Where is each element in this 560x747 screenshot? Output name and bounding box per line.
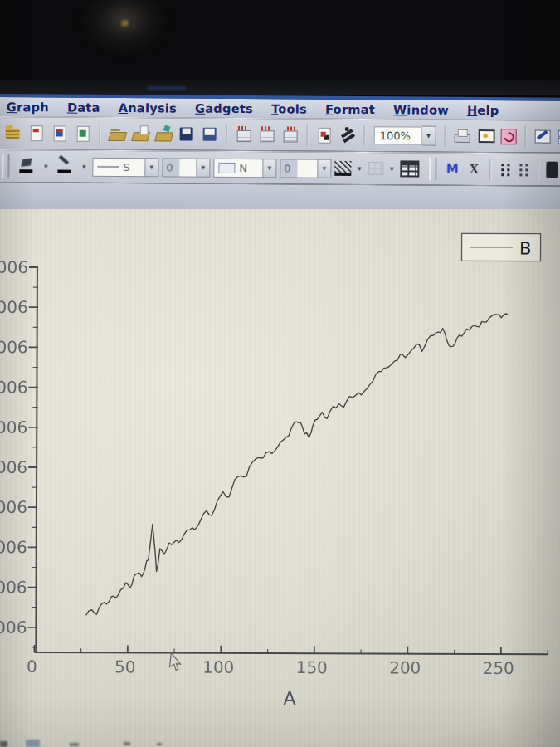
clipped-toolbar-icon[interactable] [546,162,558,178]
x-tick-label: 0 [27,657,37,676]
y-tick-label: 006 [0,457,27,477]
close-button[interactable]: X [465,162,483,177]
screen-reader-icon[interactable] [314,124,335,146]
status-smudge [0,741,7,747]
line-width-select[interactable]: 0 ▾ [162,158,210,177]
slideshow-icon[interactable] [475,124,496,147]
origin-app-window: GraphDataAnalysisGadgetsToolsFormatWindo… [0,94,560,214]
import-ascii-options-icon[interactable] [257,124,278,146]
save-template-icon[interactable] [200,123,221,145]
vertical-spacing-icon[interactable] [498,161,513,178]
save-icon[interactable] [177,123,197,145]
menu-item-gadgets[interactable]: Gadgets [195,101,253,115]
new-graph-icon[interactable] [73,122,94,144]
status-smudge [124,742,130,745]
y-tick-label: 006 [0,257,28,277]
toolbar-separator [445,125,446,147]
status-smudge [70,743,79,746]
mouse-cursor-arrow [169,653,182,671]
y-tick-label: 006 [0,417,27,437]
screen-top-edge [0,80,560,95]
toolbar-separator [538,159,539,181]
open-icon[interactable] [107,122,128,144]
legend-series-label: B [519,239,532,259]
toolbar-separator [100,123,101,144]
line-style-sample [97,166,119,168]
border-value: N [239,162,247,174]
menu-item-format[interactable]: Format [325,102,375,115]
border-style-select[interactable]: N ▾ [213,158,276,178]
y-axis [36,267,37,652]
menu-item-analysis[interactable]: Analysis [119,100,178,114]
run-script-icon[interactable] [338,124,358,146]
chevron-down-icon[interactable]: ▾ [144,159,158,176]
fill-color-dropdown-arrow[interactable]: ▾ [41,158,51,174]
grid-dropdown-arrow[interactable]: ▾ [387,160,397,177]
titlebar-glimmer [148,86,186,90]
photo-of-screen: GraphDataAnalysisGadgetsToolsFormatWindo… [0,0,560,747]
zoom-value: 100% [374,126,422,144]
y-tick-label: 006 [0,297,28,317]
new-folder-icon[interactable] [27,122,47,144]
print-icon[interactable] [452,124,473,147]
chevron-down-icon[interactable]: ▾ [422,126,436,146]
line-color-icon[interactable] [54,155,75,177]
x-tick-label: 100 [202,657,234,677]
fill-pattern-value: 0 [280,159,297,177]
grid-lines-icon[interactable] [368,162,383,175]
line-width-value: 0 [163,159,179,176]
line-style-select[interactable]: S ▾ [92,157,158,177]
line-color-dropdown-arrow[interactable]: ▾ [79,159,89,175]
border-sample [218,162,235,173]
series-line-B[interactable] [86,312,508,617]
toolbar-separator [364,124,366,146]
refresh-icon[interactable] [499,125,519,148]
style-toolbar: ▾ ▾ S ▾ 0 ▾ N ▾ 0 [0,149,560,187]
x-tick-label: 50 [114,657,136,676]
plot-area: 0060060060060060060060060060060501001502… [0,209,560,747]
fill-color-icon[interactable] [16,155,37,177]
import-wizard-icon[interactable] [153,123,174,145]
standard-toolbar: 100%▾ [0,116,560,154]
pattern-icon[interactable] [334,161,351,176]
monitor-bezel [0,0,560,80]
pattern-dropdown-arrow[interactable]: ▾ [354,160,364,177]
chevron-down-icon[interactable]: ▾ [262,159,275,177]
new-worksheet-icon[interactable] [50,122,71,144]
y-tick-label: 006 [0,618,27,637]
new-project-icon[interactable] [3,122,24,144]
toolbar-grip[interactable] [429,158,436,181]
table-format-icon[interactable] [400,160,419,177]
menu-item-tools[interactable]: Tools [271,102,307,115]
y-tick-label: 006 [0,337,28,357]
bezel-speck [121,20,129,27]
menu-item-help[interactable]: Help [467,103,499,116]
toolbar-grip[interactable] [2,154,9,178]
toolbar-separator [307,124,309,146]
y-tick-label: 006 [0,497,27,517]
zoom-select[interactable]: 100%▾ [374,125,436,146]
chevron-down-icon[interactable]: ▾ [317,159,330,177]
x-tick-label: 250 [483,658,514,678]
graph-page: 0060060060060060060060060060060501001502… [0,209,560,747]
toolbar-separator [489,159,491,180]
x-tick-label: 200 [389,658,421,678]
menu-item-window[interactable]: Window [393,103,449,116]
horizontal-spacing-icon[interactable] [516,161,531,178]
app-chrome: GraphDataAnalysisGadgetsToolsFormatWindo… [0,94,560,218]
split-window-icon[interactable] [556,125,560,148]
graph-svg: 0060060060060060060060060060060501001502… [0,209,560,747]
y-tick-label: 006 [0,577,27,597]
open-template-icon[interactable] [130,123,151,145]
toolbar-separator [525,125,527,147]
x-axis [34,652,548,654]
fill-pattern-select[interactable]: 0 ▾ [280,159,331,178]
edit-window-icon[interactable] [533,125,553,148]
merge-button[interactable]: M [443,162,461,177]
reimport-icon[interactable] [280,124,301,146]
chevron-down-icon[interactable]: ▾ [196,159,209,176]
import-ascii-icon[interactable] [234,123,255,145]
line-style-value: S [123,161,129,173]
menu-item-graph[interactable]: Graph [7,100,49,114]
menu-item-data[interactable]: Data [67,100,100,114]
